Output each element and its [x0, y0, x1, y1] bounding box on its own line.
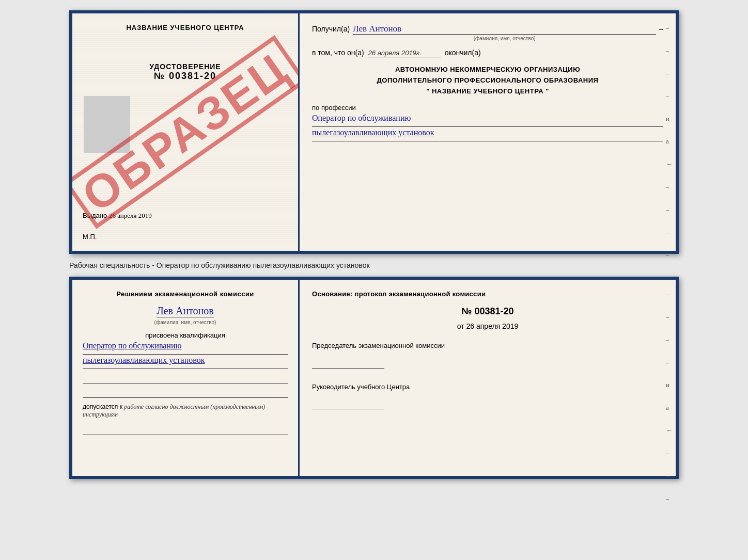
protocol-number: № 00381-20 — [312, 306, 663, 317]
org-line2: ДОПОЛНИТЕЛЬНОГО ПРОФЕССИОНАЛЬНОГО ОБРАЗО… — [312, 75, 663, 86]
document-container: НАЗВАНИЕ УЧЕБНОГО ЦЕНТРА ОБРАЗЕЦ УДОСТОВ… — [10, 10, 738, 479]
director-label: Руководитель учебного Центра — [312, 382, 663, 392]
top-certificate-spread: НАЗВАНИЕ УЧЕБНОГО ЦЕНТРА ОБРАЗЕЦ УДОСТОВ… — [69, 10, 679, 254]
separator-text: Рабочая специальность - Оператор по обсл… — [69, 260, 679, 270]
допускается-line: допускается к работе согласно должностны… — [83, 403, 288, 419]
received-prefix: Получил(а) — [312, 25, 350, 33]
chairman-block: Председатель экзаменационной комиссии — [312, 341, 663, 372]
date-line: в том, что он(а) 26 апреля 2019г. окончи… — [312, 49, 663, 57]
right-dashes: – – – – и а ← – – – – — [666, 24, 673, 259]
допускается-prefix: допускается к — [83, 403, 122, 410]
director-block: Руководитель учебного Центра — [312, 382, 663, 413]
director-sig-line — [312, 400, 384, 409]
cert-number: № 00381-20 — [83, 71, 288, 82]
dash-after-name: – — [659, 25, 663, 33]
blank-line-1 — [83, 370, 288, 383]
profession-value-1: Оператор по обслуживанию — [312, 114, 663, 127]
blank-line-2 — [83, 385, 288, 398]
cert-number-area: УДОСТОВЕРЕНИЕ № 00381-20 — [83, 62, 288, 82]
bottom-right-dashes: – – – – и а ← – – – — [666, 290, 673, 503]
top-right-page: Получил(а) Лев Антонов (фамилия, имя, от… — [300, 13, 676, 251]
profession-value-2: пылегазоулавливающих установок — [312, 128, 663, 141]
osnov-label: Основание: протокол экзаменационной коми… — [312, 290, 663, 298]
top-left-page: НАЗВАНИЕ УЧЕБНОГО ЦЕНТРА ОБРАЗЕЦ УДОСТОВ… — [72, 13, 300, 251]
decision-text: Решением экзаменационной комиссии — [83, 290, 288, 298]
protocol-date-prefix: от — [457, 322, 464, 330]
qual-value-1: Оператор по обслуживанию — [83, 341, 288, 355]
bottom-right-page: Основание: протокол экзаменационной коми… — [300, 280, 676, 476]
bottom-left-page: Решением экзаменационной комиссии Лев Ан… — [72, 280, 300, 476]
mp-label: М.П. — [83, 233, 97, 241]
issued-prefix: Выдано — [83, 212, 107, 219]
issued-date: 26 апреля 2019 — [109, 212, 152, 219]
received-line: Получил(а) Лев Антонов (фамилия, имя, от… — [312, 24, 663, 41]
fio-hint-bottom: (фамилия, имя, отчество) — [154, 319, 216, 325]
received-name: Лев Антонов — [353, 24, 656, 35]
date-prefix: в том, что он(а) — [312, 49, 364, 57]
chairman-label: Председатель экзаменационной комиссии — [312, 341, 663, 351]
issued-line: Выдано 26 апреля 2019 — [83, 212, 152, 220]
top-left-title: НАЗВАНИЕ УЧЕБНОГО ЦЕНТРА — [83, 24, 288, 31]
qual-label: присвоена квалификация — [83, 331, 288, 339]
date-suffix: окончил(а) — [445, 49, 481, 57]
org-line3: " НАЗВАНИЕ УЧЕБНОГО ЦЕНТРА " — [312, 86, 663, 97]
bottom-certificate-spread: Решением экзаменационной комиссии Лев Ан… — [69, 277, 679, 479]
photo-placeholder — [84, 96, 130, 153]
protocol-date: от 26 апреля 2019 — [312, 322, 663, 330]
fio-hint-top: (фамилия, имя, отчество) — [353, 36, 656, 41]
qual-value-2: пылегазоулавливающих установок — [83, 356, 288, 369]
org-line1: АВТОНОМНУЮ НЕКОММЕРЧЕСКУЮ ОРГАНИЗАЦИЮ — [312, 65, 663, 75]
cert-label: УДОСТОВЕРЕНИЕ — [83, 62, 288, 71]
blank-line-3 — [83, 422, 288, 435]
org-block: АВТОНОМНУЮ НЕКОММЕРЧЕСКУЮ ОРГАНИЗАЦИЮ ДО… — [312, 65, 663, 97]
protocol-date-value: 26 апреля 2019 — [466, 322, 519, 330]
chairman-sig-line — [312, 359, 384, 369]
person-name-bottom: Лев Антонов — [157, 305, 214, 317]
date-value: 26 апреля 2019г. — [368, 49, 441, 57]
profession-label: по профессии — [312, 104, 663, 111]
